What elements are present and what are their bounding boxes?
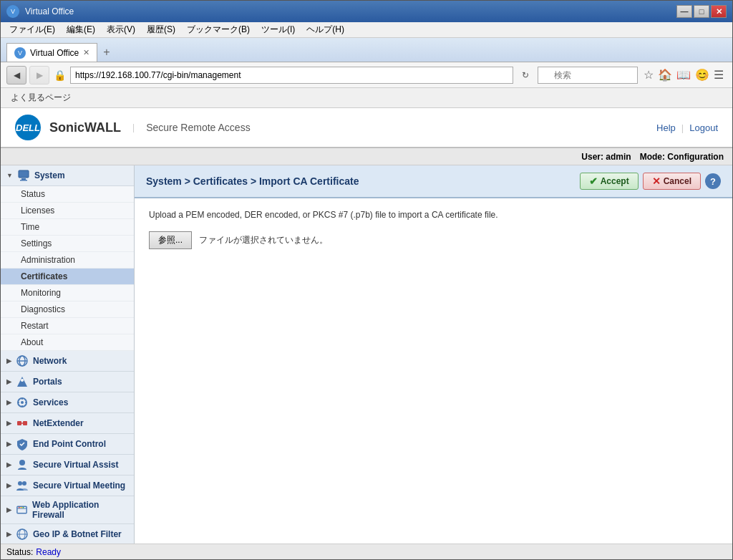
search-input[interactable] — [538, 67, 638, 84]
sidebar-item-certificates[interactable]: Certificates — [1, 269, 134, 285]
bookmarks-text: よく見るページ — [11, 92, 71, 104]
file-upload-row: 参照... ファイルが選択されていません。 — [149, 231, 718, 249]
status-value: Ready — [36, 547, 61, 557]
svg-point-12 — [19, 460, 25, 465]
services-label: Services — [33, 397, 68, 407]
tab-bar: V Virtual Office ✕ + — [1, 38, 732, 62]
info-text: Upload a PEM encoded, DER encoded, or PK… — [149, 210, 718, 220]
sidebar-group-services[interactable]: ▶ Services — [1, 392, 134, 413]
accept-icon: ✔ — [589, 175, 598, 187]
cancel-button[interactable]: ✕ Cancel — [643, 173, 701, 190]
svg-point-13 — [18, 481, 22, 486]
endpoint-icon — [16, 438, 29, 450]
accept-label: Accept — [601, 176, 629, 186]
breadcrumb: System > Certificates > Import CA Certif… — [146, 175, 359, 187]
no-file-text: ファイルが選択されていません。 — [199, 234, 328, 246]
reader-icon[interactable]: 📖 — [676, 68, 691, 82]
menu-edit[interactable]: 編集(E) — [61, 22, 101, 37]
webappfirewall-label: Web Application Firewall — [32, 500, 128, 520]
maximize-button[interactable]: □ — [694, 5, 709, 18]
brand-name: SonicWALL — [49, 120, 121, 135]
svg-point-17 — [21, 507, 22, 508]
close-button[interactable]: ✕ — [711, 5, 727, 18]
app-icon: V — [6, 5, 19, 18]
arrow-right-icon-4: ▶ — [6, 420, 11, 427]
arrow-right-icon-8: ▶ — [6, 506, 11, 513]
virtualmeeting-label: Secure Virtual Meeting — [33, 481, 125, 491]
menu-help[interactable]: ヘルプ(H) — [301, 22, 350, 37]
menu-view[interactable]: 表示(V) — [101, 22, 141, 37]
geoip-icon — [16, 528, 29, 541]
bookmarks-label[interactable]: よく見るページ — [6, 90, 75, 105]
sidebar-item-monitoring[interactable]: Monitoring — [1, 285, 134, 301]
url-input[interactable] — [70, 67, 513, 84]
bookmark-star-icon[interactable]: ☆ — [644, 68, 654, 82]
sidebar-group-webappfirewall[interactable]: ▶ Web Application Firewall — [1, 496, 134, 524]
sidebar-group-portals[interactable]: ▶ Portals — [1, 372, 134, 392]
account-icon[interactable]: 😊 — [695, 68, 709, 82]
sidebar-group-endpoint[interactable]: ▶ End Point Control — [1, 434, 134, 455]
refresh-button[interactable]: ↻ — [516, 67, 535, 84]
netextender-label: NetExtender — [33, 418, 84, 428]
cancel-label: Cancel — [664, 176, 691, 186]
arrow-right-icon: ▶ — [6, 357, 11, 365]
svg-point-14 — [22, 481, 26, 486]
menu-icon[interactable]: ☰ — [714, 68, 724, 82]
menu-bookmarks[interactable]: ブックマーク(B) — [181, 22, 256, 37]
content-actions: ✔ Accept ✕ Cancel ? — [580, 173, 721, 190]
status-label: Status: — [6, 547, 33, 557]
arrow-right-icon-7: ▶ — [6, 482, 11, 489]
home-icon[interactable]: 🏠 — [658, 68, 672, 82]
webappfirewall-icon — [16, 503, 28, 516]
sidebar-item-diagnostics[interactable]: Diagnostics — [1, 301, 134, 318]
forward-button[interactable]: ▶ — [29, 66, 49, 85]
sidebar-item-about[interactable]: About — [1, 334, 134, 351]
menu-tools[interactable]: ツール(I) — [256, 22, 301, 37]
content-header: System > Certificates > Import CA Certif… — [135, 165, 732, 198]
sidebar-group-virtualassist[interactable]: ▶ Secure Virtual Assist — [1, 455, 134, 475]
menu-history[interactable]: 履歴(S) — [141, 22, 181, 37]
sidebar-item-time[interactable]: Time — [1, 219, 134, 236]
sidebar-item-restart[interactable]: Restart — [1, 318, 134, 334]
sidebar-group-netextender[interactable]: ▶ NetExtender — [1, 413, 134, 434]
sidebar-item-licenses[interactable]: Licenses — [1, 203, 134, 219]
sidebar-group-system[interactable]: ▼ System — [1, 165, 134, 186]
svg-point-18 — [22, 507, 24, 508]
sidebar-item-administration[interactable]: Administration — [1, 252, 134, 269]
help-link[interactable]: Help — [656, 122, 676, 133]
bookmarks-bar: よく見るページ — [1, 88, 732, 108]
system-subitems: Status Licenses Time Settings Administra… — [1, 186, 134, 351]
sidebar-group-network[interactable]: ▶ Network — [1, 351, 134, 372]
header-separator: | — [681, 122, 684, 133]
tab-close-button[interactable]: ✕ — [83, 48, 89, 57]
system-icon — [17, 169, 30, 182]
sidebar-group-geoip[interactable]: ▶ Geo IP & Botnet Filter — [1, 524, 134, 544]
new-tab-button[interactable]: + — [100, 43, 112, 62]
sonicwall-header: DELL SonicWALL | Secure Remote Access He… — [1, 108, 732, 148]
status-bar: Status: Ready — [1, 544, 732, 559]
arrow-right-icon-2: ▶ — [6, 378, 11, 385]
security-icon: 🔒 — [52, 69, 67, 81]
sidebar-item-status[interactable]: Status — [1, 186, 134, 203]
tab-virtual-office[interactable]: V Virtual Office ✕ — [6, 43, 97, 62]
sidebar-group-virtualmeeting[interactable]: ▶ Secure Virtual Meeting — [1, 475, 134, 496]
arrow-right-icon-5: ▶ — [6, 440, 11, 448]
accept-button[interactable]: ✔ Accept — [580, 173, 639, 190]
svg-rect-2 — [20, 180, 27, 181]
menu-bar: ファイル(E) 編集(E) 表示(V) 履歴(S) ブックマーク(B) ツール(… — [1, 22, 732, 38]
svg-point-16 — [19, 507, 20, 508]
sidebar-item-settings[interactable]: Settings — [1, 236, 134, 252]
sidebar: ▼ System Status Licenses Time Settings — [1, 165, 135, 544]
window-controls: — □ ✕ — [676, 5, 727, 18]
tab-label: Virtual Office — [30, 48, 79, 58]
menu-file[interactable]: ファイル(E) — [4, 22, 61, 37]
browse-button[interactable]: 参照... — [149, 231, 192, 249]
back-button[interactable]: ◀ — [6, 66, 26, 85]
arrow-right-icon-9: ▶ — [6, 531, 11, 538]
tab-icon: V — [14, 47, 26, 59]
minimize-button[interactable]: — — [676, 5, 692, 18]
help-button[interactable]: ? — [705, 173, 721, 189]
dell-logo-icon: DELL — [15, 115, 41, 140]
logout-link[interactable]: Logout — [689, 122, 718, 133]
content-body: Upload a PEM encoded, DER encoded, or PK… — [135, 198, 732, 261]
